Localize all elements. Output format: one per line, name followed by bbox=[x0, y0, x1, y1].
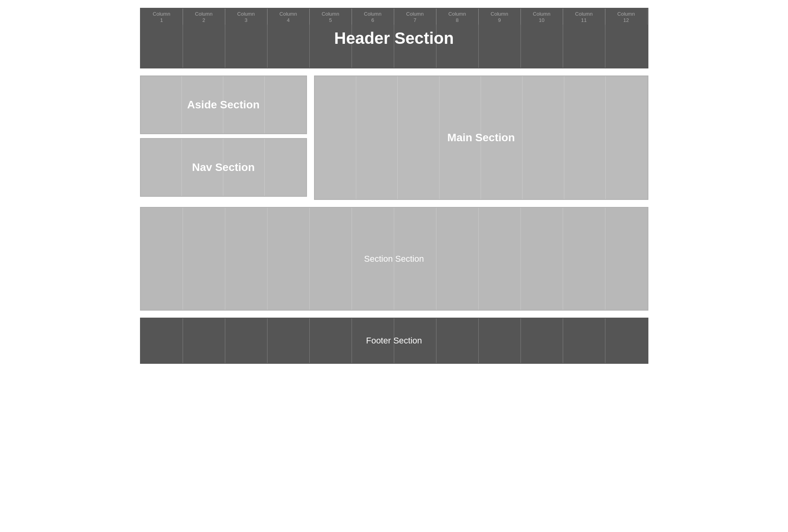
footer-section: Footer Section bbox=[140, 318, 648, 364]
col-10-label: Column10 bbox=[521, 9, 563, 25]
section-grid-cell bbox=[605, 208, 648, 310]
main-grid-cell bbox=[564, 76, 606, 199]
section-grid-cell bbox=[563, 208, 605, 310]
footer-grid-cell bbox=[141, 318, 183, 363]
main-grid-cell bbox=[315, 76, 356, 199]
header-section: Column1 Column2 Column3 Column4 Column5 … bbox=[140, 8, 648, 68]
main-grid-cell bbox=[398, 76, 439, 199]
footer-grid-cell bbox=[479, 318, 521, 363]
section-grid-cell bbox=[310, 208, 352, 310]
footer-grid-cell bbox=[310, 318, 352, 363]
section-section: Section Section bbox=[140, 207, 648, 311]
aside-grid-cell bbox=[265, 76, 306, 133]
col-8-label: Column8 bbox=[436, 9, 479, 25]
col-1-label: Column1 bbox=[141, 9, 183, 25]
section-grid-cell bbox=[141, 208, 183, 310]
nav-grid-cell bbox=[141, 139, 182, 196]
section-label: Section Section bbox=[364, 254, 424, 264]
section-grid-cell bbox=[225, 208, 267, 310]
footer-grid-cell bbox=[605, 318, 648, 363]
nav-grid-cell bbox=[265, 139, 306, 196]
section-grid-cell bbox=[521, 208, 563, 310]
section-grid-cell bbox=[436, 208, 479, 310]
middle-row: Aside Section Nav Section bbox=[140, 75, 648, 200]
section-grid-cell bbox=[267, 208, 310, 310]
main-section: Main Section bbox=[314, 75, 648, 200]
nav-label: Nav Section bbox=[192, 161, 255, 174]
nav-section: Nav Section bbox=[140, 138, 307, 197]
left-column: Aside Section Nav Section bbox=[140, 75, 307, 200]
page-wrapper: Column1 Column2 Column3 Column4 Column5 … bbox=[140, 8, 648, 364]
aside-label: Aside Section bbox=[187, 99, 260, 111]
footer-label: Footer Section bbox=[366, 336, 422, 346]
col-9-label: Column9 bbox=[479, 9, 521, 25]
section-grid-cell bbox=[479, 208, 521, 310]
main-label: Main Section bbox=[447, 131, 515, 144]
col-12-label: Column12 bbox=[605, 9, 648, 25]
col-5-label: Column5 bbox=[310, 9, 352, 25]
footer-grid-cell bbox=[267, 318, 310, 363]
footer-grid-cell bbox=[225, 318, 267, 363]
col-3-label: Column3 bbox=[225, 9, 267, 25]
main-grid-cell bbox=[606, 76, 647, 199]
aside-grid-cell bbox=[141, 76, 182, 133]
col-4-label: Column4 bbox=[267, 9, 310, 25]
footer-grid-cell bbox=[563, 318, 605, 363]
footer-grid-cell bbox=[521, 318, 563, 363]
footer-grid-cell bbox=[183, 318, 225, 363]
col-2-label: Column2 bbox=[183, 9, 225, 25]
header-columns: Column1 Column2 Column3 Column4 Column5 … bbox=[141, 9, 648, 25]
aside-section: Aside Section bbox=[140, 75, 307, 134]
header-label: Header Section bbox=[334, 29, 454, 48]
col-6-label: Column6 bbox=[352, 9, 394, 25]
main-grid-cell bbox=[356, 76, 398, 199]
main-grid-cell bbox=[522, 76, 564, 199]
col-11-label: Column11 bbox=[563, 9, 605, 25]
col-7-label: Column7 bbox=[394, 9, 436, 25]
footer-grid-cell bbox=[436, 318, 479, 363]
section-grid-cell bbox=[183, 208, 225, 310]
